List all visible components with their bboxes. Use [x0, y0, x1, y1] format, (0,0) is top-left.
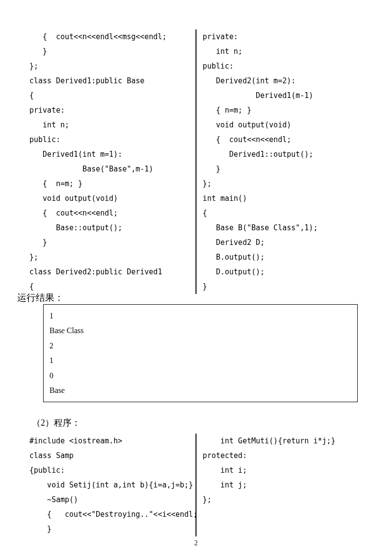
- code-right-1: private: int n; public: Derived2(int m=2…: [203, 29, 363, 294]
- section-2-heading: （2）程序：: [32, 417, 363, 429]
- column-divider-2: [196, 434, 196, 536]
- code-block-1: { cout<<n<<endl<<msg<<endl; } }; class D…: [29, 29, 363, 294]
- column-divider-1: [196, 29, 196, 294]
- code-block-2: #include <iostream.h> class Samp {public…: [29, 434, 363, 536]
- output-box: 1 Base Class 2 1 0 Base: [43, 304, 358, 402]
- page: { cout<<n<<endl<<msg<<endl; } }; class D…: [0, 0, 392, 557]
- code-right-2: int GetMuti(){return i*j;} protected: in…: [203, 434, 363, 536]
- code-left-1: { cout<<n<<endl<<msg<<endl; } }; class D…: [29, 29, 189, 294]
- code-left-2: #include <iostream.h> class Samp {public…: [29, 434, 189, 536]
- page-number: 2: [0, 539, 392, 547]
- output-text: 1 Base Class 2 1 0 Base: [49, 309, 351, 398]
